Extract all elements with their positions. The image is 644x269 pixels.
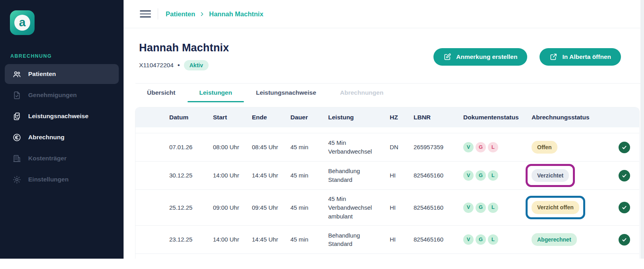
sidebar-item-kostenträger[interactable]: Kostenträger	[5, 148, 119, 168]
sidebar-item-genehmigungen[interactable]: Genehmigungen	[5, 85, 119, 105]
cell-lbnr: 825465160	[414, 203, 463, 212]
doc-status-chip-v: V	[463, 142, 474, 152]
page-title: Hannah Machtnix	[139, 42, 229, 54]
billing-status-badge: Verzicht offen	[532, 201, 579, 214]
breadcrumb-item[interactable]: Hannah Machtnix	[209, 10, 263, 18]
sidebar-section-label: ABRECHNUNG	[10, 53, 124, 59]
check-icon	[619, 202, 630, 213]
check-icon	[619, 142, 630, 153]
app-logo-circle: a	[14, 15, 30, 31]
chevron-right-icon	[199, 12, 205, 17]
table-row[interactable]: 23.12.2514:00 Uhr14:45 Uhr45 minBehandlu…	[135, 225, 639, 253]
cell-dauer: 45 min	[290, 143, 328, 152]
cell-start: 14:00 Uhr	[213, 235, 252, 244]
gear-icon	[12, 175, 21, 184]
doc-status-chip-g: G	[476, 203, 486, 213]
breadcrumb-item[interactable]: Patienten	[166, 10, 195, 18]
topbar-divider	[158, 8, 158, 19]
table-row[interactable]: 25.12.2509:00 Uhr09:45 Uhr45 min45 Min V…	[135, 189, 639, 225]
column-header: Leistung	[328, 113, 390, 122]
tab-leistungen[interactable]: Leistungen	[188, 84, 244, 102]
cell-lbnr: 265957359	[414, 143, 463, 152]
page-scrollbar[interactable]	[640, 0, 644, 259]
app-logo: a	[10, 10, 35, 35]
users-icon	[12, 70, 21, 79]
clipboard-check-icon	[12, 112, 21, 121]
table-body: 07.01.2608:00 Uhr08:45 Uhr45 min45 Min V…	[135, 133, 639, 253]
table-header-row: DatumStartEndeDauerLeistungHZLBNRDokumen…	[135, 107, 639, 127]
app-window: a ABRECHNUNG PatientenGenehmigungenLeist…	[0, 0, 644, 269]
breadcrumb: PatientenHannah Machtnix	[166, 10, 263, 18]
content: Hannah Machtnix X110472204 • Aktiv Anmer…	[124, 28, 644, 259]
sidebar-item-label: Abrechnung	[28, 134, 64, 141]
button-label: In Alberta öffnen	[562, 53, 611, 60]
cell-abrechnungsstatus: Offen	[532, 141, 608, 154]
cell-start: 09:00 Uhr	[213, 203, 252, 212]
table-row[interactable]: 30.12.2514:00 Uhr14:45 Uhr45 minBehandlu…	[135, 161, 639, 189]
billing-status-badge: Offen	[532, 141, 557, 154]
cell-ende: 14:45 Uhr	[252, 235, 290, 244]
column-header: LBNR	[414, 113, 463, 122]
doc-status-chip-g: G	[476, 142, 486, 152]
cell-hz: HI	[390, 235, 414, 244]
table-row[interactable]: 07.01.2608:00 Uhr08:45 Uhr45 min45 Min V…	[135, 133, 639, 161]
check-icon	[619, 234, 630, 246]
cell-ende: 14:45 Uhr	[252, 171, 290, 180]
tab-abrechnungen[interactable]: Abrechnungen	[328, 84, 395, 102]
cell-dokumentenstatus: VGL	[463, 142, 532, 152]
column-header: HZ	[390, 113, 414, 122]
sidebar-nav: PatientenGenehmigungenLeistungsnachweise…	[0, 64, 124, 189]
doc-status-chip-v: V	[463, 203, 474, 213]
cell-selected	[608, 202, 640, 213]
column-header: Dokumentenstatus	[463, 113, 532, 122]
cell-dauer: 45 min	[290, 171, 328, 180]
services-table: DatumStartEndeDauerLeistungHZLBNRDokumen…	[135, 107, 640, 259]
cell-selected	[608, 142, 640, 153]
doc-status-chip-g: G	[476, 170, 486, 181]
sidebar-item-patienten[interactable]: Patienten	[5, 64, 119, 84]
sidebar: a ABRECHNUNG PatientenGenehmigungenLeist…	[0, 0, 124, 259]
sidebar-item-abrechnung[interactable]: Abrechnung	[5, 127, 119, 147]
cell-datum: 25.12.25	[169, 203, 213, 212]
topbar: PatientenHannah Machtnix	[124, 0, 644, 28]
sidebar-item-label: Leistungsnachweise	[28, 113, 89, 120]
cell-selected	[608, 170, 640, 181]
doc-status-chip-l: L	[488, 170, 498, 181]
main-area: PatientenHannah Machtnix Hannah Machtnix…	[124, 0, 644, 259]
doc-status-chip-l: L	[488, 142, 498, 152]
sidebar-item-label: Kostenträger	[28, 155, 66, 162]
document-check-icon	[12, 91, 21, 100]
header-actions: Anmerkung erstellenIn Alberta öffnen	[433, 48, 621, 66]
doc-status-chip-g: G	[476, 234, 486, 245]
patient-subline: X110472204 • Aktiv	[139, 60, 229, 70]
cell-lbnr: 825465160	[414, 235, 463, 244]
cell-dauer: 45 min	[290, 203, 328, 212]
doc-status-chip-v: V	[463, 234, 474, 245]
sidebar-item-leistungsnachweise[interactable]: Leistungsnachweise	[5, 106, 119, 126]
cell-datum: 07.01.26	[169, 143, 213, 152]
cell-selected	[608, 234, 640, 246]
cell-ende: 08:45 Uhr	[252, 143, 290, 152]
cell-hz: HI	[390, 171, 414, 180]
doc-status-chip-v: V	[463, 170, 474, 181]
sidebar-item-einstellungen[interactable]: Einstellungen	[5, 170, 119, 189]
anmerkung-erstellen-button[interactable]: Anmerkung erstellen	[433, 48, 527, 66]
cell-hz: HI	[390, 203, 414, 212]
column-header: Abrechnungsstatus	[532, 113, 608, 122]
external-link-icon	[549, 53, 557, 61]
billing-status-badge: Abgerechnet	[532, 233, 577, 246]
tab-übersicht[interactable]: Übersicht	[135, 84, 188, 102]
app-logo-letter: a	[19, 16, 26, 28]
tab-leistungsnachweise[interactable]: Leistungsnachweise	[244, 84, 328, 102]
cell-ende: 09:45 Uhr	[252, 203, 290, 212]
sidebar-item-label: Einstellungen	[28, 176, 69, 183]
column-header: Ende	[252, 113, 290, 122]
cell-lbnr: 825465160	[414, 171, 463, 180]
page-header: Hannah Machtnix X110472204 • Aktiv Anmer…	[135, 28, 644, 70]
doc-status-chip-l: L	[488, 234, 498, 245]
cell-datum: 23.12.25	[169, 235, 213, 244]
in-alberta-ffnen-button[interactable]: In Alberta öffnen	[540, 48, 621, 66]
menu-icon[interactable]	[140, 10, 151, 18]
sidebar-item-label: Patienten	[28, 70, 56, 78]
status-badge: Aktiv	[184, 60, 209, 70]
